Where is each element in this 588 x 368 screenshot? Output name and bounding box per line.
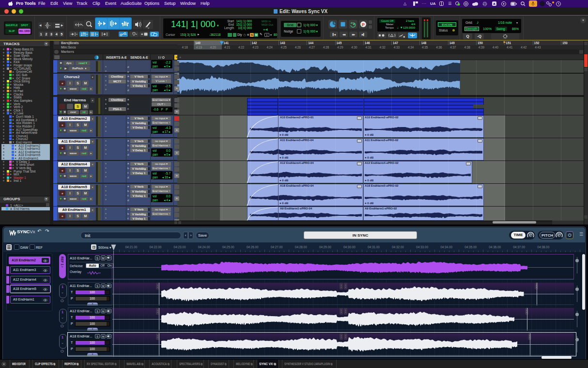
svg-text:P: P — [362, 22, 365, 27]
